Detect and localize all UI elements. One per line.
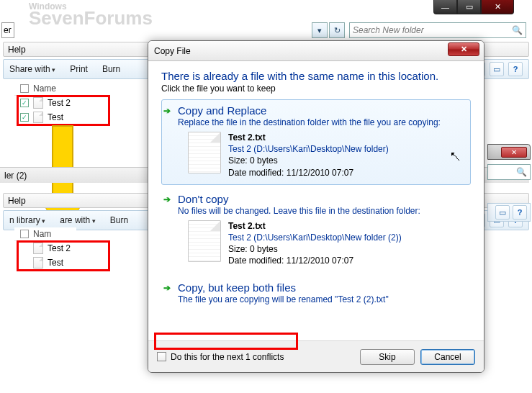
- cancel-button[interactable]: Cancel: [420, 349, 475, 365]
- nav-dropdown-icon[interactable]: ▾: [312, 22, 328, 38]
- refresh-icon[interactable]: ↻: [329, 22, 345, 38]
- file-icon: [188, 132, 221, 173]
- dialog-heading: There is already a file with the same na…: [161, 70, 471, 82]
- annotation-highlight: [154, 333, 298, 350]
- annotation-highlight: [17, 95, 110, 126]
- address-bar: er ▾ ↻ Search New folder 🔍: [0, 20, 532, 40]
- close-icon[interactable]: ✕: [501, 147, 527, 158]
- help-icon[interactable]: ?: [513, 205, 527, 220]
- search-placeholder: Search New folder: [353, 25, 424, 35]
- menu-help[interactable]: Help: [8, 45, 26, 55]
- minimize-button[interactable]: —: [433, 0, 457, 14]
- copy-file-dialog: Copy File ✕ There is already a file with…: [148, 40, 484, 373]
- cmd-share-with[interactable]: are with: [60, 215, 96, 225]
- option-keep-both[interactable]: ➔ Copy, but keep both files The file you…: [161, 276, 471, 311]
- maximize-button[interactable]: ▭: [457, 0, 481, 14]
- apply-all-checkbox[interactable]: [157, 352, 166, 361]
- column-header[interactable]: Nam: [14, 227, 76, 241]
- cmd-share-with[interactable]: Share with: [9, 64, 55, 74]
- file-metadata: Test 2.txt Test 2 (D:\Users\Kari\Desktop…: [228, 132, 389, 179]
- file-metadata: Test 2.txt Test 2 (D:\Users\Kari\Desktop…: [228, 220, 402, 267]
- search-icon[interactable]: 🔍: [512, 25, 523, 35]
- select-all-checkbox[interactable]: [20, 230, 29, 238]
- select-all-checkbox[interactable]: [20, 84, 29, 93]
- background-window-fragment: ✕ 🔍 ▭ ?: [487, 144, 531, 222]
- cmd-print[interactable]: Print: [70, 64, 88, 74]
- option-dont-copy[interactable]: ➔ Don't copy No files will be changed. L…: [161, 188, 471, 274]
- dialog-title-bar[interactable]: Copy File: [148, 41, 484, 61]
- search-icon[interactable]: 🔍: [487, 164, 531, 180]
- apply-all-label: Do this for the next 1 conflicts: [171, 352, 284, 362]
- arrow-icon: ➔: [163, 194, 171, 204]
- address-fragment[interactable]: er: [1, 22, 14, 38]
- annotation-highlight: [17, 240, 110, 271]
- window-controls: — ▭ ✕: [433, 0, 514, 14]
- close-button[interactable]: ✕: [481, 0, 514, 14]
- arrow-icon: ➔: [163, 106, 171, 116]
- menu-help[interactable]: Help: [8, 196, 26, 206]
- dialog-subheading: Click the file you want to keep: [161, 83, 471, 94]
- search-input[interactable]: Search New folder 🔍: [349, 22, 526, 38]
- preview-pane-icon[interactable]: ▭: [495, 205, 510, 220]
- arrow-icon: ➔: [163, 283, 171, 293]
- cmd-burn[interactable]: Burn: [110, 215, 128, 225]
- skip-button[interactable]: Skip: [360, 349, 415, 365]
- dialog-close-button[interactable]: ✕: [448, 42, 479, 56]
- preview-pane-icon[interactable]: ▭: [490, 62, 504, 76]
- option-copy-replace[interactable]: ➔ Copy and Replace Replace the file in t…: [161, 99, 471, 185]
- cmd-burn[interactable]: Burn: [102, 64, 120, 74]
- help-icon[interactable]: ?: [508, 62, 523, 76]
- dialog-title: Copy File: [154, 46, 191, 56]
- file-icon: [188, 220, 221, 262]
- cmd-include-library[interactable]: n library: [9, 215, 45, 225]
- column-header[interactable]: Name: [14, 82, 76, 96]
